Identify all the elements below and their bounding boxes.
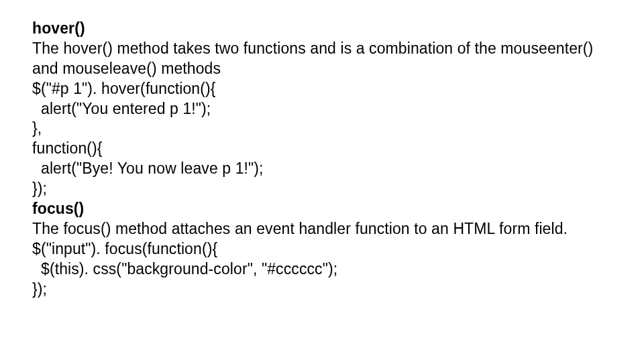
heading-hover: hover() [32, 19, 612, 39]
hover-description: The hover() method takes two functions a… [32, 39, 612, 79]
slide: hover() The hover() method takes two fun… [0, 0, 644, 362]
focus-description: The focus() method attaches an event han… [32, 219, 612, 239]
focus-code: $("input"). focus(function(){ $(this). c… [32, 239, 612, 300]
heading-focus: focus() [32, 199, 612, 219]
hover-code: $("#p 1"). hover(function(){ alert("You … [32, 79, 612, 199]
